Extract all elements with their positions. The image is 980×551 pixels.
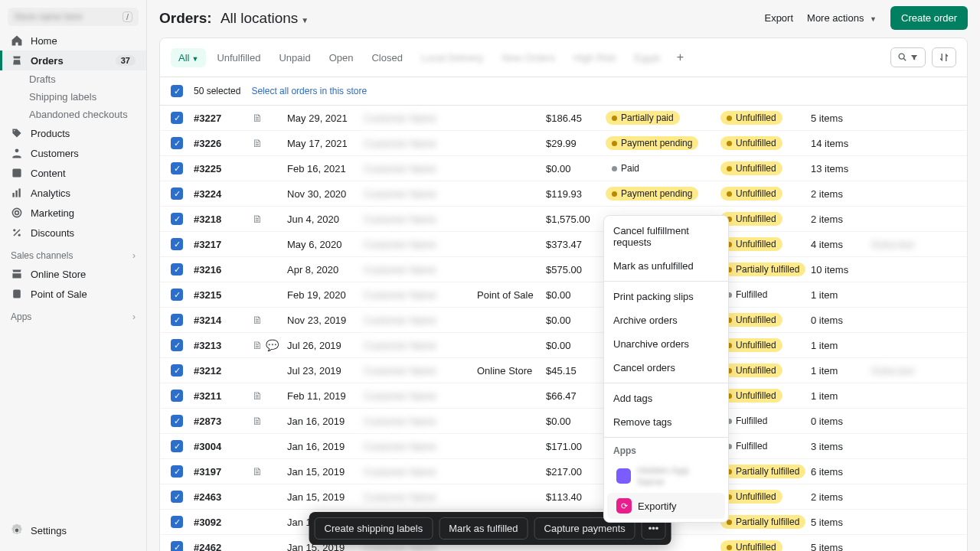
row-checkbox[interactable]: ✓ xyxy=(171,415,183,427)
row-checkbox[interactable]: ✓ xyxy=(171,314,183,326)
menu-add-tags[interactable]: Add tags xyxy=(604,386,728,410)
table-row[interactable]: ✓#2873🗎Jan 16, 2019Customer Name$0.00Ful… xyxy=(160,409,967,434)
fulfillment-status: Unfulfilled xyxy=(720,187,811,201)
note-icon: 🗎 xyxy=(252,314,263,326)
table-row[interactable]: ✓#3004Jan 16, 2019Customer Name$171.00Fu… xyxy=(160,434,967,459)
table-row[interactable]: ✓#3215Feb 19, 2020Customer NamePoint of … xyxy=(160,282,967,308)
nav-drafts[interactable]: Drafts xyxy=(0,70,146,88)
tab-custom[interactable]: New Orders xyxy=(495,48,563,67)
row-checkbox[interactable]: ✓ xyxy=(171,213,183,225)
row-checkbox[interactable]: ✓ xyxy=(171,339,183,351)
bulk-mark-fulfilled[interactable]: Mark as fulfilled xyxy=(439,517,528,540)
row-checkbox[interactable]: ✓ xyxy=(171,289,183,301)
page-header: Orders: All locations▼ Export More actio… xyxy=(147,0,980,37)
menu-app-1[interactable]: Hidden App Name xyxy=(607,459,725,493)
bulk-create-labels[interactable]: Create shipping labels xyxy=(315,517,433,540)
tab-custom[interactable]: High Risk xyxy=(566,48,624,67)
nav-customers[interactable]: Customers xyxy=(0,143,146,163)
table-row[interactable]: ✓#3217May 6, 2020Customer Name$373.47Unf… xyxy=(160,232,967,257)
fulfillment-status: Unfulfilled xyxy=(720,212,811,226)
row-checkbox[interactable]: ✓ xyxy=(171,187,183,200)
table-row[interactable]: ✓#3197🗎Jan 15, 2019Customer Name$217.00P… xyxy=(160,459,967,484)
table-row[interactable]: ✓#3213🗎💬Jul 26, 2019Customer Name$0.00Un… xyxy=(160,333,967,358)
row-checkbox[interactable]: ✓ xyxy=(171,465,183,478)
order-id: #3227 xyxy=(194,112,252,124)
table-row[interactable]: ✓#3218🗎Jun 4, 2020Customer Name$1,575.00… xyxy=(160,207,967,232)
menu-cancel-orders[interactable]: Cancel orders xyxy=(604,356,728,380)
nav-shipping-labels[interactable]: Shipping labels xyxy=(0,88,146,106)
row-checkbox[interactable]: ✓ xyxy=(171,263,183,276)
row-checkbox[interactable]: ✓ xyxy=(171,390,183,402)
menu-mark-unfulfilled[interactable]: Mark as unfulfilled xyxy=(604,254,728,278)
menu-cancel-fulfillment[interactable]: Cancel fulfillment requests xyxy=(604,219,728,254)
global-search[interactable]: Store name here / xyxy=(8,8,139,26)
order-date: Nov 23, 2019 xyxy=(287,315,364,326)
order-date: Jan 16, 2019 xyxy=(287,441,364,452)
row-checkbox[interactable]: ✓ xyxy=(171,112,183,124)
row-checkbox[interactable]: ✓ xyxy=(171,516,183,528)
tab-all[interactable]: All▼ xyxy=(171,48,206,67)
more-actions[interactable]: More actions ▼ xyxy=(807,12,877,24)
tab-custom[interactable]: Egypt xyxy=(627,48,668,67)
row-checkbox[interactable]: ✓ xyxy=(171,541,183,551)
nav-products[interactable]: Products xyxy=(0,123,146,143)
table-row[interactable]: ✓#3212Jul 23, 2019Customer NameOnline St… xyxy=(160,358,967,383)
order-date: Feb 16, 2021 xyxy=(287,163,364,174)
nav-orders[interactable]: Orders 37 xyxy=(0,51,146,70)
nav-abandoned[interactable]: Abandoned checkouts xyxy=(0,106,146,123)
row-checkbox[interactable]: ✓ xyxy=(171,162,183,174)
tab-unpaid[interactable]: Unpaid xyxy=(271,48,318,67)
search-filter-button[interactable] xyxy=(890,47,926,67)
sales-channels-header[interactable]: Sales channels › xyxy=(0,243,146,264)
chevron-down-icon: ▼ xyxy=(870,15,877,23)
note-icon: 🗎 xyxy=(252,339,263,351)
menu-archive[interactable]: Archive orders xyxy=(604,308,728,332)
table-row[interactable]: ✓#3214🗎Nov 23, 2019Customer Name$0.00Unf… xyxy=(160,308,967,333)
fulfillment-status: Unfulfilled xyxy=(720,540,811,551)
customer-cell: Customer Name xyxy=(364,214,477,225)
tab-unfulfilled[interactable]: Unfulfilled xyxy=(209,48,268,67)
nav-pos[interactable]: Point of Sale xyxy=(0,284,146,304)
menu-app-exportify[interactable]: ⟳ Exportify xyxy=(607,493,725,519)
nav-online-store[interactable]: Online Store xyxy=(0,264,146,284)
location-selector[interactable]: All locations▼ xyxy=(220,10,309,26)
menu-print-packing[interactable]: Print packing slips xyxy=(604,285,728,308)
total-cell: $119.93 xyxy=(546,188,606,200)
export-link[interactable]: Export xyxy=(764,12,793,24)
menu-unarchive[interactable]: Unarchive orders xyxy=(604,332,728,356)
items-cell: 5 items xyxy=(811,112,872,124)
order-date: Jan 16, 2019 xyxy=(287,416,364,427)
row-checkbox[interactable]: ✓ xyxy=(171,440,183,452)
store-icon xyxy=(11,268,23,280)
menu-remove-tags[interactable]: Remove tags xyxy=(604,410,728,434)
tab-closed[interactable]: Closed xyxy=(364,48,410,67)
nav-discounts[interactable]: Discounts xyxy=(0,223,146,243)
items-cell: 5 items xyxy=(811,542,872,552)
table-row[interactable]: ✓#3226🗎May 17, 2021Customer Name$29.99Pa… xyxy=(160,131,967,156)
create-order-button[interactable]: Create order xyxy=(890,6,968,30)
add-view-button[interactable]: + xyxy=(671,49,690,66)
table-row[interactable]: ✓#2463Jan 15, 2019Customer Name$113.40Un… xyxy=(160,484,967,510)
nav-marketing[interactable]: Marketing xyxy=(0,203,146,223)
row-checkbox[interactable]: ✓ xyxy=(171,137,183,149)
tab-custom[interactable]: Local Delivery xyxy=(413,48,492,67)
nav-settings[interactable]: Settings xyxy=(0,520,147,540)
nav-analytics[interactable]: Analytics xyxy=(0,183,146,203)
nav-content[interactable]: Content xyxy=(0,163,146,183)
table-row[interactable]: ✓#3216Apr 8, 2020Customer Name$575.00Par… xyxy=(160,257,967,282)
items-cell: 1 item xyxy=(811,365,872,377)
table-row[interactable]: ✓#3211🗎Feb 11, 2019Customer Name$66.47Un… xyxy=(160,383,967,409)
apps-header[interactable]: Apps › xyxy=(0,304,146,325)
row-checkbox[interactable]: ✓ xyxy=(171,238,183,250)
select-all-checkbox[interactable]: ✓ xyxy=(171,85,183,97)
table-row[interactable]: ✓#3225Feb 16, 2021Customer Name$0.00Paid… xyxy=(160,156,967,181)
items-cell: 2 items xyxy=(811,214,872,225)
table-row[interactable]: ✓#3224Nov 30, 2020Customer Name$119.93Pa… xyxy=(160,181,967,207)
nav-home[interactable]: Home xyxy=(0,31,146,51)
row-checkbox[interactable]: ✓ xyxy=(171,364,183,377)
table-row[interactable]: ✓#3227🗎May 29, 2021Customer Name$186.45P… xyxy=(160,106,967,131)
select-all-store-link[interactable]: Select all orders in this store xyxy=(251,86,367,96)
row-checkbox[interactable]: ✓ xyxy=(171,491,183,503)
sort-button[interactable] xyxy=(932,47,956,67)
tab-open[interactable]: Open xyxy=(322,48,361,67)
